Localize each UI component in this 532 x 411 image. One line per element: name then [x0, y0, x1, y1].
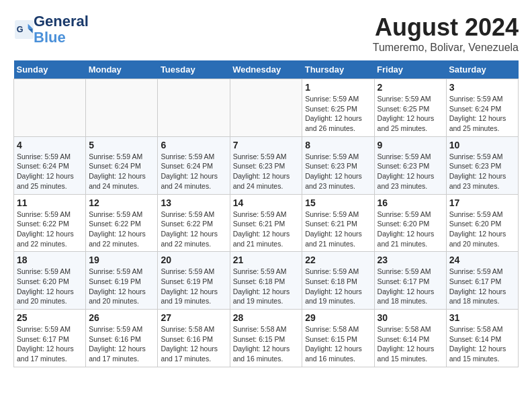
day-info: Sunrise: 5:59 AM Sunset: 6:19 PM Dayligh…	[161, 267, 226, 306]
day-number: 5	[89, 140, 154, 150]
day-number: 15	[305, 197, 371, 208]
day-info: Sunrise: 5:59 AM Sunset: 6:24 PM Dayligh…	[449, 94, 515, 134]
calendar-cell: 8Sunrise: 5:59 AM Sunset: 6:23 PM Daylig…	[302, 136, 374, 194]
calendar-cell: 21Sunrise: 5:59 AM Sunset: 6:18 PM Dayli…	[230, 252, 302, 310]
day-number: 28	[233, 312, 300, 323]
day-info: Sunrise: 5:59 AM Sunset: 6:18 PM Dayligh…	[305, 267, 371, 306]
day-info: Sunrise: 5:59 AM Sunset: 6:17 PM Dayligh…	[378, 267, 443, 306]
day-info: Sunrise: 5:59 AM Sunset: 6:18 PM Dayligh…	[233, 267, 300, 306]
calendar-cell: 2Sunrise: 5:59 AM Sunset: 6:25 PM Daylig…	[374, 79, 446, 137]
calendar-cell: 4Sunrise: 5:59 AM Sunset: 6:24 PM Daylig…	[14, 136, 86, 194]
day-info: Sunrise: 5:58 AM Sunset: 6:15 PM Dayligh…	[305, 324, 371, 364]
day-number: 21	[233, 255, 300, 265]
weekday-header-thursday: Thursday	[302, 60, 374, 79]
calendar-cell: 1Sunrise: 5:59 AM Sunset: 6:25 PM Daylig…	[302, 79, 374, 137]
calendar-cell: 5Sunrise: 5:59 AM Sunset: 6:24 PM Daylig…	[86, 136, 158, 194]
calendar-cell: 30Sunrise: 5:58 AM Sunset: 6:14 PM Dayli…	[374, 310, 446, 367]
logo: G General Blue	[13, 13, 89, 46]
day-number: 23	[378, 255, 443, 265]
logo-blue: Blue	[34, 30, 89, 46]
calendar-cell	[158, 79, 230, 137]
day-number: 20	[161, 255, 226, 265]
calendar-cell: 29Sunrise: 5:58 AM Sunset: 6:15 PM Dayli…	[302, 310, 374, 367]
day-number: 26	[89, 312, 154, 323]
calendar-cell: 26Sunrise: 5:59 AM Sunset: 6:16 PM Dayli…	[86, 310, 158, 367]
calendar-cell	[86, 79, 158, 137]
day-info: Sunrise: 5:59 AM Sunset: 6:17 PM Dayligh…	[449, 267, 515, 306]
calendar-cell: 10Sunrise: 5:59 AM Sunset: 6:23 PM Dayli…	[446, 136, 518, 194]
day-info: Sunrise: 5:59 AM Sunset: 6:19 PM Dayligh…	[89, 267, 154, 306]
day-number: 22	[305, 255, 371, 265]
weekday-header-wednesday: Wednesday	[230, 60, 302, 79]
calendar-cell: 25Sunrise: 5:59 AM Sunset: 6:17 PM Dayli…	[14, 310, 86, 367]
day-number: 30	[378, 312, 443, 323]
day-info: Sunrise: 5:59 AM Sunset: 6:16 PM Dayligh…	[89, 324, 154, 364]
day-number: 1	[305, 82, 371, 93]
calendar-cell: 24Sunrise: 5:59 AM Sunset: 6:17 PM Dayli…	[446, 252, 518, 310]
day-info: Sunrise: 5:59 AM Sunset: 6:22 PM Dayligh…	[17, 210, 83, 249]
day-number: 4	[17, 140, 83, 150]
day-number: 7	[233, 140, 300, 150]
weekday-header-friday: Friday	[374, 60, 446, 79]
calendar-cell: 9Sunrise: 5:59 AM Sunset: 6:23 PM Daylig…	[374, 136, 446, 194]
day-number: 27	[161, 312, 226, 323]
calendar-cell: 23Sunrise: 5:59 AM Sunset: 6:17 PM Dayli…	[374, 252, 446, 310]
calendar-cell: 12Sunrise: 5:59 AM Sunset: 6:22 PM Dayli…	[86, 194, 158, 252]
calendar-cell	[14, 79, 86, 137]
day-number: 19	[89, 255, 154, 265]
day-number: 8	[305, 140, 371, 150]
day-info: Sunrise: 5:59 AM Sunset: 6:22 PM Dayligh…	[161, 210, 226, 249]
calendar-week-row: 25Sunrise: 5:59 AM Sunset: 6:17 PM Dayli…	[14, 310, 519, 367]
calendar-cell: 19Sunrise: 5:59 AM Sunset: 6:19 PM Dayli…	[86, 252, 158, 310]
day-info: Sunrise: 5:59 AM Sunset: 6:17 PM Dayligh…	[17, 324, 83, 364]
calendar-cell: 11Sunrise: 5:59 AM Sunset: 6:22 PM Dayli…	[14, 194, 86, 252]
calendar-cell: 20Sunrise: 5:59 AM Sunset: 6:19 PM Dayli…	[158, 252, 230, 310]
calendar-cell: 22Sunrise: 5:59 AM Sunset: 6:18 PM Dayli…	[302, 252, 374, 310]
day-number: 24	[449, 255, 515, 265]
day-info: Sunrise: 5:59 AM Sunset: 6:20 PM Dayligh…	[378, 210, 443, 249]
calendar-cell: 18Sunrise: 5:59 AM Sunset: 6:20 PM Dayli…	[14, 252, 86, 310]
weekday-header-monday: Monday	[86, 60, 158, 79]
calendar-cell: 31Sunrise: 5:58 AM Sunset: 6:14 PM Dayli…	[446, 310, 518, 367]
day-info: Sunrise: 5:59 AM Sunset: 6:22 PM Dayligh…	[89, 210, 154, 249]
location-title: Tumeremo, Bolivar, Venezuela	[373, 42, 519, 54]
day-number: 18	[17, 255, 83, 265]
calendar-cell: 14Sunrise: 5:59 AM Sunset: 6:21 PM Dayli…	[230, 194, 302, 252]
day-info: Sunrise: 5:59 AM Sunset: 6:23 PM Dayligh…	[449, 152, 515, 191]
calendar-cell: 17Sunrise: 5:59 AM Sunset: 6:20 PM Dayli…	[446, 194, 518, 252]
day-info: Sunrise: 5:59 AM Sunset: 6:25 PM Dayligh…	[305, 94, 371, 134]
calendar-cell: 16Sunrise: 5:59 AM Sunset: 6:20 PM Dayli…	[374, 194, 446, 252]
month-year-title: August 2024	[373, 13, 519, 42]
day-number: 17	[449, 197, 515, 208]
day-info: Sunrise: 5:59 AM Sunset: 6:23 PM Dayligh…	[378, 152, 443, 191]
weekday-header-saturday: Saturday	[446, 60, 518, 79]
calendar-cell: 28Sunrise: 5:58 AM Sunset: 6:15 PM Dayli…	[230, 310, 302, 367]
calendar-cell: 3Sunrise: 5:59 AM Sunset: 6:24 PM Daylig…	[446, 79, 518, 137]
day-info: Sunrise: 5:58 AM Sunset: 6:14 PM Dayligh…	[449, 324, 515, 364]
day-info: Sunrise: 5:58 AM Sunset: 6:15 PM Dayligh…	[233, 324, 300, 364]
logo-general: General	[34, 13, 89, 30]
day-info: Sunrise: 5:59 AM Sunset: 6:23 PM Dayligh…	[305, 152, 371, 191]
day-number: 2	[378, 82, 443, 93]
day-number: 31	[449, 312, 515, 323]
day-info: Sunrise: 5:59 AM Sunset: 6:24 PM Dayligh…	[89, 152, 154, 191]
day-number: 9	[378, 140, 443, 150]
calendar-cell	[230, 79, 302, 137]
calendar-cell: 13Sunrise: 5:59 AM Sunset: 6:22 PM Dayli…	[158, 194, 230, 252]
day-number: 11	[17, 197, 83, 208]
calendar-cell: 7Sunrise: 5:59 AM Sunset: 6:23 PM Daylig…	[230, 136, 302, 194]
day-number: 6	[161, 140, 226, 150]
day-info: Sunrise: 5:59 AM Sunset: 6:23 PM Dayligh…	[233, 152, 300, 191]
day-info: Sunrise: 5:59 AM Sunset: 6:24 PM Dayligh…	[17, 152, 83, 191]
calendar-cell: 15Sunrise: 5:59 AM Sunset: 6:21 PM Dayli…	[302, 194, 374, 252]
calendar-week-row: 1Sunrise: 5:59 AM Sunset: 6:25 PM Daylig…	[14, 79, 519, 137]
day-info: Sunrise: 5:59 AM Sunset: 6:25 PM Dayligh…	[378, 94, 443, 134]
calendar-week-row: 11Sunrise: 5:59 AM Sunset: 6:22 PM Dayli…	[14, 194, 519, 252]
day-number: 25	[17, 312, 83, 323]
svg-text:G: G	[17, 25, 24, 34]
day-info: Sunrise: 5:59 AM Sunset: 6:21 PM Dayligh…	[305, 210, 371, 249]
day-number: 13	[161, 197, 226, 208]
day-info: Sunrise: 5:58 AM Sunset: 6:14 PM Dayligh…	[378, 324, 443, 364]
weekday-header-tuesday: Tuesday	[158, 60, 230, 79]
calendar-cell: 27Sunrise: 5:58 AM Sunset: 6:16 PM Dayli…	[158, 310, 230, 367]
